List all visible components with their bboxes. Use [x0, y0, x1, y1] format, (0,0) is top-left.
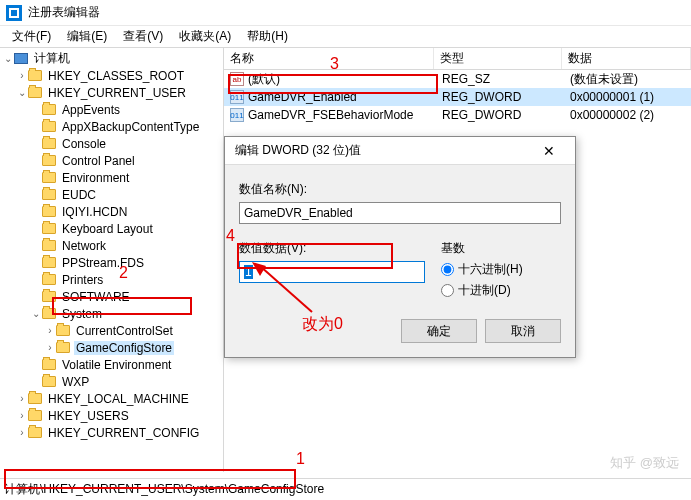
value-data-field[interactable]: 1 [239, 261, 425, 283]
value-data-selection: 1 [244, 265, 253, 279]
chevron-down-icon[interactable] [2, 53, 14, 64]
tree-root[interactable]: 计算机 [0, 50, 223, 67]
tree-item[interactable]: Console [0, 135, 223, 152]
window-title: 注册表编辑器 [28, 4, 100, 21]
cell-type: REG_DWORD [436, 108, 564, 122]
tree-currentcontrolset[interactable]: CurrentControlSet [0, 322, 223, 339]
chevron-down-icon[interactable] [30, 308, 42, 319]
folder-icon [42, 240, 56, 251]
folder-icon [28, 87, 42, 98]
cell-name: (默认) [248, 71, 436, 88]
menu-favorites[interactable]: 收藏夹(A) [171, 26, 239, 47]
cell-type: REG_SZ [436, 72, 564, 86]
tree-label: Volatile Environment [60, 358, 173, 372]
menu-view[interactable]: 查看(V) [115, 26, 171, 47]
folder-icon [42, 138, 56, 149]
tree-item[interactable]: WXP [0, 373, 223, 390]
ok-button[interactable]: 确定 [401, 319, 477, 343]
table-row[interactable]: ab(默认)REG_SZ(数值未设置) [224, 70, 691, 88]
dialog-title: 编辑 DWORD (32 位)值 [235, 142, 361, 159]
list-header: 名称 类型 数据 [224, 48, 691, 70]
tree-item[interactable]: IQIYI.HCDN [0, 203, 223, 220]
menu-edit[interactable]: 编辑(E) [59, 26, 115, 47]
base-group-label: 基数 [441, 240, 561, 257]
menu-file[interactable]: 文件(F) [4, 26, 59, 47]
chevron-right-icon[interactable] [16, 70, 28, 81]
cell-type: REG_DWORD [436, 90, 564, 104]
tree-label: Keyboard Layout [60, 222, 155, 236]
column-data[interactable]: 数据 [562, 48, 691, 69]
radix-hex-radio[interactable] [441, 263, 454, 276]
tree-item[interactable]: Network [0, 237, 223, 254]
tree-label: HKEY_LOCAL_MACHINE [46, 392, 191, 406]
tree-label: 计算机 [32, 50, 72, 67]
tree-label: Printers [60, 273, 105, 287]
dialog-body: 数值名称(N): 数值数据(V): 1 基数 十六进制(H) 十进制(D) 确定… [225, 165, 575, 357]
regedit-icon [6, 5, 22, 21]
tree-label: GameConfigStore [74, 341, 174, 355]
folder-icon [56, 325, 70, 336]
tree-label: System [60, 307, 104, 321]
close-icon[interactable]: ✕ [533, 143, 565, 159]
radix-dec-radio[interactable] [441, 284, 454, 297]
chevron-right-icon[interactable] [44, 325, 56, 336]
folder-icon [56, 342, 70, 353]
tree-label: HKEY_CURRENT_USER [46, 86, 188, 100]
chevron-down-icon[interactable] [16, 87, 28, 98]
tree-hkcr[interactable]: HKEY_CLASSES_ROOT [0, 67, 223, 84]
radix-hex[interactable]: 十六进制(H) [441, 261, 561, 278]
radix-dec[interactable]: 十进制(D) [441, 282, 561, 299]
tree-hkcc[interactable]: HKEY_CURRENT_CONFIG [0, 424, 223, 441]
tree-item[interactable]: Environment [0, 169, 223, 186]
chevron-right-icon[interactable] [44, 342, 56, 353]
tree-label: PPStream.FDS [60, 256, 146, 270]
tree-label: IQIYI.HCDN [60, 205, 129, 219]
folder-icon [42, 308, 56, 319]
tree-item[interactable]: SOFTWARE [0, 288, 223, 305]
column-name[interactable]: 名称 [224, 48, 434, 69]
folder-icon [42, 257, 56, 268]
tree-system[interactable]: System [0, 305, 223, 322]
table-row[interactable]: 011GameDVR_EnabledREG_DWORD0x00000001 (1… [224, 88, 691, 106]
chevron-right-icon[interactable] [16, 427, 28, 438]
cell-name: GameDVR_Enabled [248, 90, 436, 104]
menu-help[interactable]: 帮助(H) [239, 26, 296, 47]
tree-item[interactable]: Printers [0, 271, 223, 288]
edit-dword-dialog: 编辑 DWORD (32 位)值 ✕ 数值名称(N): 数值数据(V): 1 基… [224, 136, 576, 358]
chevron-right-icon[interactable] [16, 410, 28, 421]
folder-icon [42, 172, 56, 183]
value-data-label: 数值数据(V): [239, 240, 425, 257]
cancel-button[interactable]: 取消 [485, 319, 561, 343]
tree-label: AppXBackupContentType [60, 120, 201, 134]
folder-icon [42, 155, 56, 166]
tree-hklm[interactable]: HKEY_LOCAL_MACHINE [0, 390, 223, 407]
tree-pane[interactable]: 计算机 HKEY_CLASSES_ROOT HKEY_CURRENT_USER … [0, 48, 224, 472]
tree-gameconfigstore[interactable]: GameConfigStore [0, 339, 223, 356]
folder-icon [42, 291, 56, 302]
tree-item[interactable]: Volatile Environment [0, 356, 223, 373]
table-row[interactable]: 011GameDVR_FSEBehaviorModeREG_DWORD0x000… [224, 106, 691, 124]
folder-icon [42, 206, 56, 217]
tree-hkcu[interactable]: HKEY_CURRENT_USER [0, 84, 223, 101]
folder-icon [28, 410, 42, 421]
folder-icon [42, 359, 56, 370]
cell-name: GameDVR_FSEBehaviorMode [248, 108, 436, 122]
watermark: 知乎 @致远 [610, 454, 679, 472]
tree-item[interactable]: Keyboard Layout [0, 220, 223, 237]
value-name-label: 数值名称(N): [239, 181, 561, 198]
value-icon: ab [230, 72, 244, 86]
value-name-field[interactable] [239, 202, 561, 224]
column-type[interactable]: 类型 [434, 48, 562, 69]
tree-hku[interactable]: HKEY_USERS [0, 407, 223, 424]
computer-icon [14, 53, 28, 64]
tree-item[interactable]: AppEvents [0, 101, 223, 118]
tree-item[interactable]: AppXBackupContentType [0, 118, 223, 135]
value-icon: 011 [230, 90, 244, 104]
dialog-titlebar[interactable]: 编辑 DWORD (32 位)值 ✕ [225, 137, 575, 165]
statusbar: 计算机\HKEY_CURRENT_USER\System\GameConfigS… [0, 478, 691, 500]
chevron-right-icon[interactable] [16, 393, 28, 404]
tree-item[interactable]: EUDC [0, 186, 223, 203]
tree-label: Environment [60, 171, 131, 185]
tree-item[interactable]: Control Panel [0, 152, 223, 169]
tree-item[interactable]: PPStream.FDS [0, 254, 223, 271]
